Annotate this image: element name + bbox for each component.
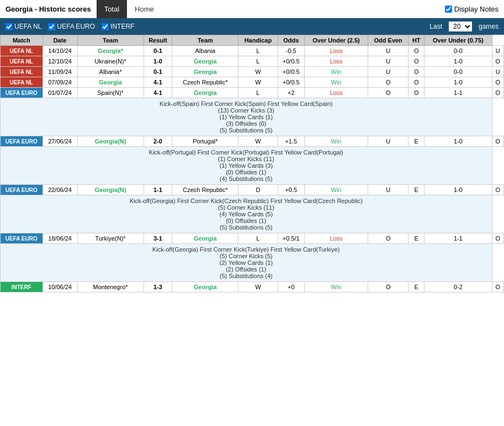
- team1-name: Ukraine(N)*: [77, 56, 144, 67]
- match-result[interactable]: 4-1: [144, 88, 172, 98]
- tab-total[interactable]: Total: [97, 0, 127, 18]
- ou075: O: [492, 233, 503, 244]
- last-select[interactable]: 10 20 30 50: [449, 22, 472, 31]
- col-ou25: Over Under (2.5): [305, 35, 368, 46]
- wdl: W: [238, 282, 278, 292]
- col-odds: Odds: [278, 35, 305, 46]
- ht-score: 1-1: [425, 88, 492, 98]
- team2-name: Czech Republic*: [172, 185, 238, 195]
- team1-name: Montenegro*: [77, 282, 144, 292]
- match-date: 27/06/24: [43, 136, 77, 147]
- match-result[interactable]: 0-1: [144, 67, 172, 77]
- ou25: O: [368, 282, 408, 292]
- table-row: UEFA NL12/10/24Ukraine(N)*1-0GeorgiaL+0/…: [1, 56, 504, 67]
- match-result[interactable]: 2-0: [144, 136, 172, 147]
- odds-result: Win: [305, 185, 368, 195]
- ht-score: 0-0: [425, 67, 492, 77]
- competition-badge: UEFA EURO: [1, 233, 43, 244]
- match-result[interactable]: 1-3: [144, 282, 172, 292]
- team2-name: Czech Republic*: [172, 77, 238, 88]
- filter-bar: UEFA NL UEFA EURO INTERF Last 10 20 30 5…: [0, 18, 504, 35]
- odd-even: O: [408, 77, 425, 88]
- handicap: +0.5: [278, 185, 305, 195]
- last-label: Last: [429, 23, 442, 30]
- table-row: UEFA NL14/10/24Georgia*0-1AlbaniaL-0.5Lo…: [1, 46, 504, 56]
- wdl: W: [238, 67, 278, 77]
- match-date: 22/06/24: [43, 185, 77, 195]
- match-result[interactable]: 1-0: [144, 56, 172, 67]
- header: Georgia - Historic scores Total Home Dis…: [0, 0, 504, 18]
- odd-even: O: [408, 67, 425, 77]
- match-result[interactable]: 4-1: [144, 77, 172, 88]
- odds-result: Loss: [305, 56, 368, 67]
- page-title: Georgia - Historic scores: [0, 5, 97, 13]
- ou075: U: [492, 46, 503, 56]
- ou25: O: [368, 77, 408, 88]
- notes-row: Kick-off(Georgia) First Corner Kick(Czec…: [1, 195, 504, 233]
- display-notes-checkbox[interactable]: [445, 6, 452, 13]
- handicap: +2: [278, 88, 305, 98]
- filter-uefa-euro[interactable]: UEFA EURO: [48, 23, 95, 30]
- wdl: L: [238, 46, 278, 56]
- handicap: +0/0.5: [278, 77, 305, 88]
- ou075: O: [492, 136, 503, 147]
- ou075: U: [492, 67, 503, 77]
- col-match: Match: [1, 35, 43, 46]
- display-notes-toggle[interactable]: Display Notes: [445, 5, 504, 13]
- wdl: W: [238, 77, 278, 88]
- ht-score: 1-0: [425, 56, 492, 67]
- team2-name: Georgia: [172, 67, 238, 77]
- table-row: INTERF10/06/24Montenegro*1-3GeorgiaW+0Wi…: [1, 282, 504, 292]
- match-result[interactable]: 0-1: [144, 46, 172, 56]
- odd-even: E: [408, 185, 425, 195]
- ou075: O: [492, 56, 503, 67]
- ou075: O: [492, 77, 503, 88]
- odd-even: O: [408, 56, 425, 67]
- competition-badge: UEFA EURO: [1, 136, 43, 147]
- ht-score: 1-0: [425, 185, 492, 195]
- match-result[interactable]: 3-1: [144, 233, 172, 244]
- ou25: O: [368, 88, 408, 98]
- col-oe: Odd Even: [368, 35, 408, 46]
- competition-badge: UEFA NL: [1, 67, 43, 77]
- ou25: U: [368, 46, 408, 56]
- odds-result: Loss: [305, 46, 368, 56]
- odds-result: Win: [305, 67, 368, 77]
- ht-score: 1-1: [425, 233, 492, 244]
- team1-name: Georgia*: [77, 46, 144, 56]
- team2-name: Georgia: [172, 282, 238, 292]
- notes-content: Kick-off(Georgia) First Corner Kick(Turk…: [1, 244, 492, 282]
- handicap: +0/0.5: [278, 56, 305, 67]
- wdl: L: [238, 233, 278, 244]
- match-result[interactable]: 1-1: [144, 185, 172, 195]
- games-label: games: [479, 23, 498, 30]
- table-row: UEFA EURO22/06/24Georgia(N)1-1Czech Repu…: [1, 185, 504, 195]
- col-ht: HT: [408, 35, 425, 46]
- odd-even: O: [408, 88, 425, 98]
- ht-score: 1-0: [425, 77, 492, 88]
- ou075: O: [492, 185, 503, 195]
- notes-row: Kick-off(Georgia) First Corner Kick(Turk…: [1, 244, 504, 282]
- odd-even: O: [408, 46, 425, 56]
- match-date: 10/06/24: [43, 282, 77, 292]
- tab-home[interactable]: Home: [127, 0, 162, 18]
- ou25: U: [368, 136, 408, 147]
- filter-interf[interactable]: INTERF: [102, 23, 134, 30]
- handicap: -0.5: [278, 46, 305, 56]
- competition-badge: INTERF: [1, 282, 43, 292]
- team2-name: Georgia: [172, 233, 238, 244]
- ht-score: 0-0: [425, 46, 492, 56]
- table-row: UEFA EURO27/06/24Georgia(N)2-0Portugal*W…: [1, 136, 504, 147]
- odd-even: E: [408, 136, 425, 147]
- filter-uefa-nl[interactable]: UEFA NL: [6, 23, 41, 30]
- table-row: UEFA EURO18/06/24Turkiye(N)*3-1GeorgiaL+…: [1, 233, 504, 244]
- competition-badge: UEFA NL: [1, 77, 43, 88]
- odd-even: E: [408, 233, 425, 244]
- wdl: D: [238, 185, 278, 195]
- competition-badge: UEFA EURO: [1, 88, 43, 98]
- team1-name: Turkiye(N)*: [77, 233, 144, 244]
- wdl: W: [238, 136, 278, 147]
- match-date: 18/06/24: [43, 233, 77, 244]
- ou25: O: [368, 233, 408, 244]
- odds-result: Loss: [305, 88, 368, 98]
